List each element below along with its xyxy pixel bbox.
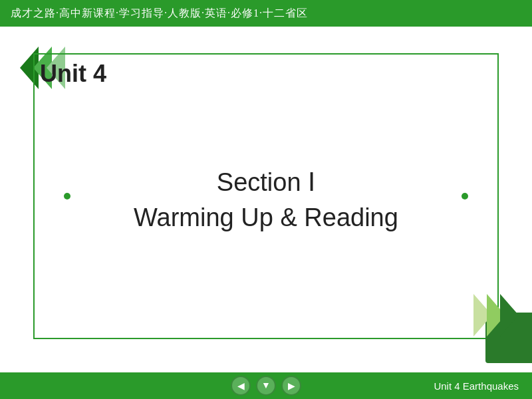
left-dot (64, 193, 70, 200)
next-icon: ▶ (288, 380, 295, 392)
chevron-right-dark (500, 294, 519, 336)
home-button[interactable]: ▼ (256, 376, 276, 396)
right-dot (462, 193, 468, 200)
right-chevrons-bg (485, 313, 532, 363)
bottom-bar: ◀ ▼ ▶ Unit 4 Earthquakes (0, 372, 532, 399)
right-chevrons (473, 294, 519, 336)
prev-button[interactable]: ◀ (231, 376, 251, 396)
header-title: 成才之路·高中新课程·学习指导·人教版·英语·必修1·十二省区 (11, 7, 308, 21)
section-subtitle: Warming Up & Reading (134, 203, 398, 232)
main-content: Unit 4 Section Ⅰ Warming Up & Reading (0, 27, 532, 372)
next-button[interactable]: ▶ (281, 376, 301, 396)
top-bar: 成才之路·高中新课程·学习指导·人教版·英语·必修1·十二省区 (0, 0, 532, 27)
prev-icon: ◀ (237, 380, 245, 392)
nav-buttons: ◀ ▼ ▶ (231, 376, 301, 396)
home-icon: ▼ (261, 380, 271, 391)
section-text: Section Ⅰ Warming Up & Reading (134, 168, 398, 232)
section-title: Section Ⅰ (134, 168, 398, 197)
footer-unit-text: Unit 4 Earthquakes (434, 380, 519, 392)
